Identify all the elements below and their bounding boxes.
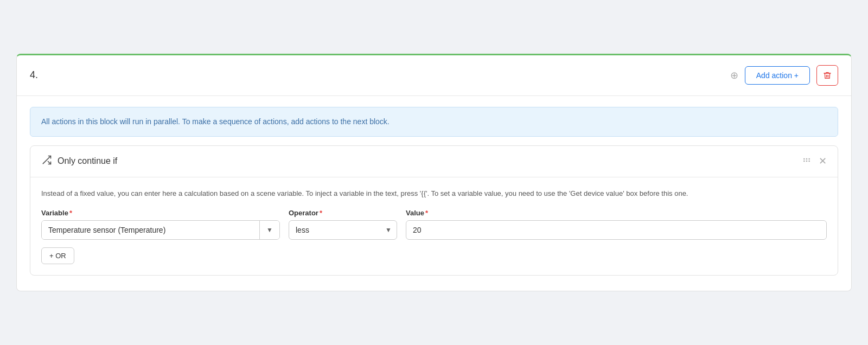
variable-label: Variable* [41,209,280,217]
action-block-icons: ✕ [802,155,827,167]
action-card: 4. ⊕ Add action + All actions in this bl… [16,54,852,292]
action-block: Only continue if ✕ [30,145,838,276]
header-actions: ⊕ Add action + [730,65,838,86]
variable-chevron-icon: ▼ [259,221,279,239]
action-block-title: Only continue if [41,155,117,168]
svg-point-3 [804,161,805,161]
value-group: Value* [406,209,827,240]
block-close-icon[interactable]: ✕ [819,155,827,167]
block-move-icon[interactable] [802,156,811,167]
variable-required: * [69,209,72,217]
variable-group: Variable* Temperature sensor (Temperatur… [41,209,280,240]
value-input[interactable] [406,220,827,240]
action-block-body: Instead of a fixed value, you can enter … [30,177,838,276]
add-action-button[interactable]: Add action + [745,66,810,85]
svg-point-7 [809,161,809,161]
shuffle-icon [41,155,52,168]
operator-required: * [320,209,322,217]
value-label: Value* [406,209,827,217]
action-block-title-text: Only continue if [58,156,117,166]
help-text: Instead of a fixed value, you can enter … [41,188,827,200]
variable-select-wrapper: Temperature sensor (Temperature) ▼ [41,220,280,240]
form-row: Variable* Temperature sensor (Temperatur… [41,209,827,240]
action-block-header: Only continue if ✕ [30,146,838,177]
info-banner-text: All actions in this block will run in pa… [41,117,390,126]
svg-point-5 [806,161,807,161]
value-required: * [425,209,428,217]
operator-select[interactable]: less greater equal not equal [289,220,397,240]
svg-point-4 [806,158,807,159]
operator-group: Operator* less greater equal not equal ▼ [289,209,397,240]
move-icon[interactable]: ⊕ [730,69,738,81]
or-button[interactable]: + OR [41,247,74,264]
svg-point-2 [804,158,805,159]
info-banner: All actions in this block will run in pa… [30,107,838,137]
card-body: All actions in this block will run in pa… [17,96,851,291]
delete-button[interactable] [816,65,838,86]
operator-select-wrapper: less greater equal not equal ▼ [289,220,397,240]
trash-icon [823,71,832,80]
svg-point-6 [809,158,809,159]
card-number: 4. [30,69,38,81]
variable-select[interactable]: Temperature sensor (Temperature) [42,221,259,239]
operator-label: Operator* [289,209,397,217]
card-header: 4. ⊕ Add action + [17,55,851,96]
